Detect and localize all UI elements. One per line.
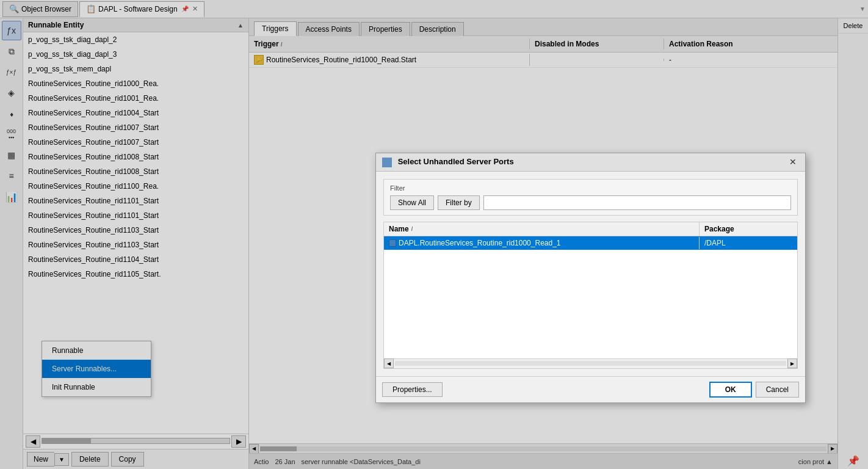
properties-btn[interactable]: Properties... [382,382,443,397]
tab-triggers[interactable]: Triggers [254,21,297,36]
tabs-row: Triggers Access Points Properties Descri… [249,18,837,36]
cancel-btn[interactable]: Cancel [756,382,799,398]
tab-access-points[interactable]: Access Points [298,22,360,36]
modal-dialog: Select Unhandled Server Ports ✕ Filter S… [375,153,806,403]
chart-icon-btn[interactable]: 📊 [2,187,21,206]
list-item[interactable]: RoutineServices_Routine_rid1103_Start [23,223,248,238]
scroll-right-btn[interactable]: ▶ [231,435,246,448]
tab-dapl-label: DAPL - Software Design [98,5,178,13]
modal-ok-cancel: OK Cancel [709,382,799,398]
trigger-icon: 🔑 [254,55,264,65]
col-activation-header: Activation Reason [664,38,837,49]
fx-icon-btn[interactable]: ƒx [2,21,21,40]
modal-scroll-left-btn[interactable]: ◀ [384,358,394,368]
modal-table-body: DAPL.RoutineServices_Routine_rid1000_Rea… [384,236,797,358]
trigger-table-row[interactable]: 🔑 RoutineServices_Routine_rid1000_Read.S… [249,53,837,68]
activity-label: Actio [254,458,269,465]
list-item[interactable]: RoutineServices_Routine_rid1007_Start [23,135,248,150]
counter-icon-btn[interactable]: 000▪▪▪ [2,125,21,144]
h-scroll-thumb [260,446,297,451]
activity-bar: Actio 26 Jan server runnable <DataServic… [249,453,837,469]
list-item[interactable]: p_vog_ss_tsk_diag_dapl_2 [23,32,248,47]
modal-scroll-right-btn[interactable]: ▶ [787,358,797,368]
list-item[interactable]: p_vog_ss_tsk_diag_dapl_3 [23,47,248,62]
modal-col-package-header: Package [700,222,797,236]
list-item[interactable]: RoutineServices_Routine_rid1100_Rea. [23,179,248,194]
filter-label: Filter [390,184,791,192]
new-button[interactable]: New [27,452,54,467]
modal-col-name-header: Name / [384,222,700,236]
list-item[interactable]: RoutineServices_Routine_rid1101_Start [23,194,248,208]
modal-table-header: Name / Package [384,222,797,236]
grid-icon-btn[interactable]: ▦ [2,145,21,165]
context-menu-runnable[interactable]: Runnable [42,341,151,360]
row-name: DAPL.RoutineServices_Routine_rid1000_Rea… [399,239,561,247]
h-scroll-right[interactable]: ▶ [828,444,837,454]
list-item[interactable]: RoutineServices_Routine_rid1104_Start [23,252,248,267]
h-scroll-track[interactable] [260,446,826,451]
modal-footer: Properties... OK Cancel [376,376,805,402]
filter-section: Filter Show All Filter by [383,179,798,216]
bottom-toolbar: New ▼ Delete Copy [23,449,248,469]
object-browser-icon: 🔍 [9,4,19,13]
tab-close-btn[interactable]: ✕ [192,5,198,13]
show-all-btn[interactable]: Show All [390,195,434,210]
list-item[interactable]: RoutineServices_Routine_rid1004_Start [23,106,248,120]
list-item[interactable]: RoutineServices_Routine_rid1101_Start [23,208,248,223]
h-scroll-left[interactable]: ◀ [249,444,259,454]
formula-icon-btn[interactable]: ƒ×ƒ [2,62,21,82]
list-item[interactable]: RoutineServices_Routine_rid1103_Start [23,238,248,252]
action-prot: cion prot ▲ [798,458,833,465]
modal-close-btn[interactable]: ✕ [787,157,799,167]
trigger-name: RoutineServices_Routine_rid1000_Read.Sta… [266,56,416,64]
delete-button[interactable]: Delete [71,452,109,467]
copy-button[interactable]: Copy [111,452,144,467]
pin-right-icon[interactable]: 📌 [838,453,868,469]
modal-title-bar: Select Unhandled Server Ports ✕ [376,153,805,172]
col-trigger-header: Trigger / [249,38,530,49]
pin-icon: 📌 [181,5,189,12]
context-menu: Runnable Server Runnables... Init Runnab… [42,341,151,397]
modal-title-area: Select Unhandled Server Ports [382,157,514,167]
table-header: Trigger / Disabled in Modes Activation R… [249,36,837,53]
scroll-left-btn[interactable]: ◀ [26,435,40,448]
list-item[interactable]: RoutineServices_Routine_rid1007_Start [23,120,248,135]
sidebar-icon-panel: ƒx ⧉ ƒ×ƒ ◈ ⬧ 000▪▪▪ ▦ ≡ 📊 [0,18,23,469]
modal-scroll-track[interactable] [395,361,786,366]
tab-object-browser[interactable]: 🔍 Object Browser [2,1,78,17]
activity-date: 26 Jan [275,458,295,465]
context-menu-server-runnables[interactable]: Server Runnables... [42,360,151,378]
ok-btn[interactable]: OK [709,382,752,398]
modal-title-text: Select Unhandled Server Ports [398,157,514,166]
far-right-delete[interactable]: Delete [838,18,868,34]
panel-title: Runnable Entity [28,21,84,29]
h-scroll-track [42,438,230,444]
new-dropdown-arrow[interactable]: ▼ [54,453,69,466]
far-right-panel: Delete 📌 [837,18,868,469]
modal-table: Name / Package DAPL.RoutineServices_Rout… [383,222,798,369]
panel-scroll-up[interactable]: ▲ [237,22,244,29]
list-item[interactable]: RoutineServices_Routine_rid1000_Rea. [23,76,248,91]
tab-object-browser-label: Object Browser [21,5,71,13]
tab-properties[interactable]: Properties [361,22,410,36]
dapl-icon: 📋 [86,4,96,13]
cell-disabled [530,59,664,61]
list-item[interactable]: RoutineServices_Routine_rid1008_Start [23,164,248,179]
tab-description[interactable]: Description [411,22,464,36]
list-item[interactable]: RoutineServices_Routine_rid1008_Start [23,150,248,164]
list-item[interactable]: RoutineServices_Routine_rid1105_Start. [23,267,248,282]
h-scroll-thumb [42,438,91,443]
filter-input[interactable] [483,195,791,210]
link-icon-btn[interactable]: ⬧ [2,104,21,123]
modal-table-row[interactable]: DAPL.RoutineServices_Routine_rid1000_Rea… [384,236,797,250]
plug-icon-btn[interactable]: ◈ [2,83,21,103]
scroll-arrows: ◀ ▶ [23,434,248,449]
tab-dapl-design[interactable]: 📋 DAPL - Software Design 📌 ✕ [79,1,204,17]
copy-icon-btn[interactable]: ⧉ [2,42,21,61]
list-item[interactable]: p_vog_ss_tsk_mem_dapl [23,62,248,76]
filter-by-btn[interactable]: Filter by [438,195,480,210]
list-icon-btn[interactable]: ≡ [2,166,21,186]
list-item[interactable]: RoutineServices_Routine_rid1001_Rea. [23,91,248,106]
context-menu-init-runnable[interactable]: Init Runnable [42,378,151,396]
cell-trigger: 🔑 RoutineServices_Routine_rid1000_Read.S… [249,54,530,66]
